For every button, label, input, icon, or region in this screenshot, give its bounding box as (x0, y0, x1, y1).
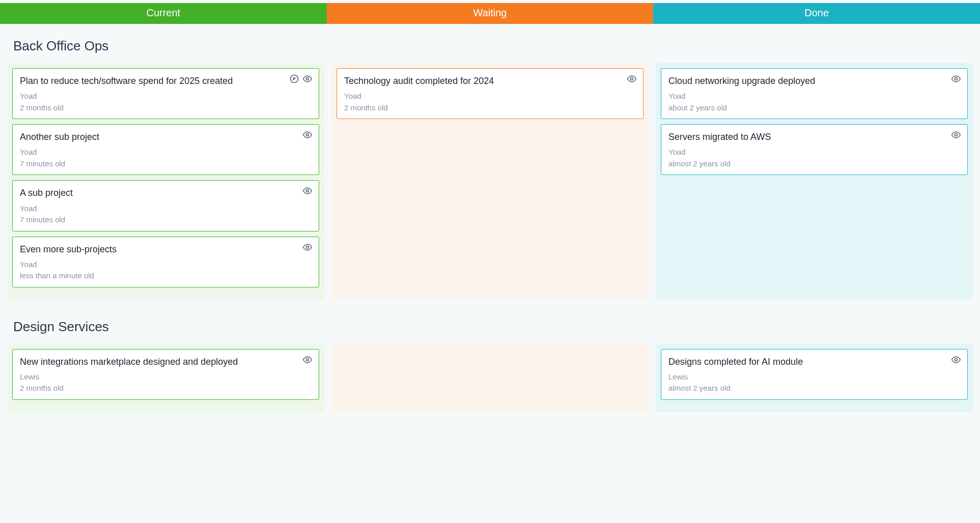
eye-icon[interactable] (951, 74, 961, 84)
lane-current[interactable]: Plan to reduce tech/software spend for 2… (7, 63, 324, 300)
column-header-current: Current (0, 3, 327, 24)
svg-point-7 (955, 78, 958, 80)
lane-done[interactable]: Cloud networking upgrade deployed Yoad a… (656, 63, 973, 300)
eye-icon[interactable] (302, 74, 313, 84)
card-age: 2 months old (20, 102, 312, 114)
lanes: Plan to reduce tech/software spend for 2… (2, 63, 978, 305)
card-owner: Yoad (668, 147, 960, 158)
card-title: Cloud networking upgrade deployed (668, 75, 960, 88)
column-header-waiting: Waiting (327, 3, 654, 24)
svg-point-8 (955, 134, 958, 136)
card-meta: Lewis 2 months old (20, 371, 312, 394)
lanes: New integrations marketplace designed an… (2, 344, 978, 417)
card-icons (289, 74, 313, 84)
card-owner: Yoad (668, 91, 960, 102)
kanban-card[interactable]: Technology audit completed for 2024 Yoad… (337, 68, 643, 119)
card-title: Designs completed for AI module (668, 356, 960, 368)
group-title: Back Office Ops (2, 24, 978, 63)
lane-done[interactable]: Designs completed for AI module Lewis al… (656, 344, 973, 412)
card-icons (302, 130, 313, 140)
card-age: less than a minute old (20, 270, 312, 282)
column-headers: Current Waiting Done (0, 3, 980, 24)
card-icons (302, 355, 313, 365)
card-meta: Yoad 7 minutes old (20, 203, 312, 226)
eye-icon[interactable] (951, 130, 961, 140)
card-title: Even more sub-projects (20, 243, 312, 256)
card-icons (302, 186, 313, 196)
card-icons (951, 130, 961, 140)
card-owner: Lewis (20, 371, 312, 383)
svg-point-6 (631, 78, 633, 80)
card-meta: Yoad almost 2 years old (668, 147, 960, 169)
group-design-services: Design Services New integrations marketp… (0, 305, 980, 417)
kanban-card[interactable]: Plan to reduce tech/software spend for 2… (12, 68, 319, 119)
card-icons (627, 74, 637, 84)
card-owner: Yoad (20, 147, 312, 158)
card-icons (951, 355, 961, 365)
compass-icon[interactable] (289, 74, 299, 84)
card-owner: Yoad (20, 259, 312, 271)
card-age: 2 months old (344, 102, 636, 114)
card-age: almost 2 years old (668, 383, 960, 394)
card-meta: Yoad 7 minutes old (20, 147, 312, 169)
card-meta: Yoad 2 months old (344, 91, 636, 113)
eye-icon[interactable] (302, 242, 313, 252)
svg-point-5 (306, 246, 309, 248)
kanban-card[interactable]: New integrations marketplace designed an… (12, 349, 319, 400)
card-age: about 2 years old (668, 102, 960, 114)
card-owner: Yoad (20, 91, 312, 102)
card-meta: Yoad 2 months old (20, 91, 312, 113)
card-meta: Lewis almost 2 years old (668, 371, 960, 394)
card-age: 7 minutes old (20, 158, 312, 170)
card-age: 7 minutes old (20, 214, 312, 226)
svg-point-10 (955, 358, 958, 361)
card-meta: Yoad about 2 years old (668, 91, 960, 113)
lane-waiting[interactable]: Technology audit completed for 2024 Yoad… (331, 63, 649, 300)
kanban-card[interactable]: Designs completed for AI module Lewis al… (661, 349, 968, 400)
card-title: Servers migrated to AWS (668, 131, 960, 143)
svg-point-2 (306, 78, 309, 80)
column-header-done: Done (653, 3, 980, 24)
group-back-office-ops: Back Office Ops Plan to reduce tech/soft… (0, 24, 980, 305)
kanban-card[interactable]: Servers migrated to AWS Yoad almost 2 ye… (661, 124, 968, 175)
card-age: almost 2 years old (668, 158, 960, 170)
eye-icon[interactable] (951, 355, 961, 365)
card-owner: Lewis (668, 371, 960, 383)
svg-marker-1 (293, 78, 296, 80)
lane-waiting[interactable] (331, 344, 649, 412)
eye-icon[interactable] (302, 186, 313, 196)
kanban-card[interactable]: Even more sub-projects Yoad less than a … (12, 237, 319, 287)
card-title: Plan to reduce tech/software spend for 2… (20, 75, 312, 88)
svg-point-3 (306, 134, 309, 136)
svg-point-4 (306, 190, 309, 192)
eye-icon[interactable] (627, 74, 637, 84)
card-title: Another sub project (20, 131, 312, 143)
eye-icon[interactable] (302, 130, 313, 140)
card-title: New integrations marketplace designed an… (20, 356, 312, 368)
card-icons (951, 74, 961, 84)
card-title: A sub project (20, 187, 312, 199)
card-age: 2 months old (20, 383, 312, 394)
kanban-card[interactable]: Another sub project Yoad 7 minutes old (12, 124, 319, 175)
eye-icon[interactable] (302, 355, 313, 365)
kanban-card[interactable]: Cloud networking upgrade deployed Yoad a… (661, 68, 968, 119)
card-owner: Yoad (20, 203, 312, 215)
svg-point-9 (306, 358, 309, 361)
group-title: Design Services (2, 305, 978, 344)
card-owner: Yoad (344, 91, 636, 102)
kanban-card[interactable]: A sub project Yoad 7 minutes old (12, 180, 319, 231)
card-title: Technology audit completed for 2024 (344, 75, 636, 88)
card-meta: Yoad less than a minute old (20, 259, 312, 282)
card-icons (302, 242, 313, 252)
lane-current[interactable]: New integrations marketplace designed an… (7, 344, 324, 412)
